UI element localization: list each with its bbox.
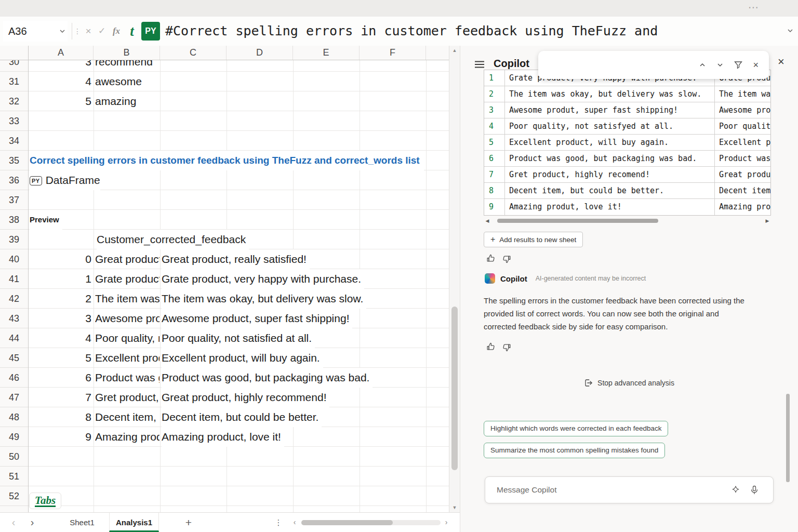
row-header-44[interactable]: 44: [0, 328, 28, 348]
row-header-50[interactable]: 50: [0, 447, 28, 467]
pane-scrollbar-thumb[interactable]: [786, 394, 790, 482]
sheet-tab-analysis1[interactable]: Analysis1: [109, 513, 159, 532]
corrected-feedback-cell[interactable]: Excellent product, will buy again.: [715, 135, 770, 150]
corrected-feedback-cell[interactable]: Decent item, but could be better.: [715, 183, 770, 198]
corrected-feedback-cell[interactable]: Product was good, but packaging was bad.: [715, 151, 770, 166]
row-header-39[interactable]: 39: [0, 230, 28, 249]
column-header-f[interactable]: F: [360, 46, 426, 60]
cell-preview-original[interactable]: The item was okay, but delivery was slow…: [95, 289, 159, 309]
tabs-addin-icon[interactable]: t: [125, 17, 139, 46]
cell-preview-corrected[interactable]: Grate product, very happy with purchase.: [162, 269, 364, 289]
original-feedback-cell[interactable]: Poor quality, not satisfyed at all.: [505, 118, 715, 134]
original-feedback-cell[interactable]: The item was okay, but delivery was slow…: [505, 86, 715, 102]
corrected-feedback-cell[interactable]: Amazing product, love it!: [715, 199, 770, 215]
row-header-46[interactable]: 46: [0, 368, 28, 388]
cell-preview-corrected[interactable]: Decent item, but could be better.: [162, 407, 322, 427]
scroll-right-icon[interactable]: ▶: [764, 218, 771, 223]
cell-preview-corrected[interactable]: Product was good, but packaging was bad.: [162, 368, 373, 388]
cell-preview-original[interactable]: Gret product, highly recomend!: [95, 388, 159, 407]
row-header-45[interactable]: 45: [0, 348, 28, 368]
original-feedback-cell[interactable]: Decent item, but could be better.: [505, 183, 715, 198]
corrected-feedback-cell[interactable]: Great product, highly recommend!: [715, 167, 770, 182]
row-header-42[interactable]: 42: [0, 289, 28, 309]
row-header-33[interactable]: 33: [0, 111, 28, 131]
thumbs-up-icon[interactable]: [486, 254, 496, 264]
cell-word[interactable]: awesome: [95, 72, 159, 91]
corrected-feedback-cell[interactable]: Awesome product, super fast shipping!: [715, 102, 770, 118]
select-all-corner[interactable]: [0, 46, 29, 60]
row-header-34[interactable]: 34: [0, 131, 28, 151]
copilot-close-icon[interactable]: ×: [778, 55, 784, 69]
row-header-31[interactable]: 31: [0, 72, 28, 91]
cell-preview-original[interactable]: Awesome produt, super fast shipping!: [95, 309, 159, 328]
stop-analysis-button[interactable]: Stop advanced analysis: [484, 375, 775, 391]
window-more-icon[interactable]: ⋯: [748, 1, 759, 14]
cell-preview-index[interactable]: 6: [29, 368, 91, 388]
row-header-37[interactable]: 37: [0, 190, 28, 210]
row-header-51[interactable]: 51: [0, 467, 28, 486]
cell-word-index[interactable]: 3: [29, 60, 91, 72]
cell-preview-corrected[interactable]: Awesome product, super fast shipping!: [162, 309, 352, 328]
cell-preview-index[interactable]: 1: [29, 269, 91, 289]
cell-preview-index[interactable]: 2: [29, 289, 91, 309]
cell-preview-original[interactable]: Great product, really satisfied!: [95, 249, 159, 269]
sheet-menu-icon[interactable]: ⋮: [273, 513, 284, 532]
cell-preview-label[interactable]: Preview: [30, 210, 62, 230]
suggestion-chip[interactable]: Summarize the most common spelling mista…: [484, 443, 665, 458]
row-header-43[interactable]: 43: [0, 309, 28, 328]
sheet-nav-left-icon[interactable]: ‹: [7, 513, 20, 532]
row-header-40[interactable]: 40: [0, 249, 28, 269]
row-header-48[interactable]: 48: [0, 407, 28, 427]
cell-preview-header[interactable]: Customer_corrected_feedback: [97, 230, 249, 249]
original-feedback-cell[interactable]: Gret product, highly recomend!: [505, 167, 715, 182]
cell-preview-corrected[interactable]: Excellent product, will buy again.: [162, 348, 323, 368]
column-header-c[interactable]: C: [160, 46, 227, 60]
cell-word-index[interactable]: 5: [29, 91, 91, 111]
cell-preview-original[interactable]: Amazing produt, love it!: [95, 427, 159, 447]
row-header-35[interactable]: 35: [0, 151, 28, 170]
cell-word[interactable]: amazing: [95, 91, 159, 111]
column-header-e[interactable]: E: [293, 46, 360, 60]
cell-preview-original[interactable]: Poor quality, not satisfyed at all.: [95, 328, 159, 348]
cell-preview-corrected[interactable]: Poor quality, not satisfied at all.: [162, 328, 315, 348]
original-feedback-cell[interactable]: Excellent product, will buy again.: [505, 135, 715, 150]
row-header-32[interactable]: 32: [0, 91, 28, 111]
original-feedback-cell[interactable]: Product was good, but packaging was bad.: [505, 151, 715, 166]
cell-preview-corrected[interactable]: Great product, really satisfied!: [162, 249, 310, 269]
row-header-38[interactable]: 38: [0, 210, 28, 230]
cell-word[interactable]: recommend: [95, 60, 159, 72]
cell-analysis-title[interactable]: Correct spelling errors in customer feed…: [30, 151, 424, 170]
corrected-feedback-cell[interactable]: Poor quality, not satisfied at all.: [715, 118, 770, 134]
grid-horizontal-scrollbar[interactable]: [301, 520, 441, 525]
cell-preview-index[interactable]: 0: [29, 249, 91, 269]
add-results-button[interactable]: + Add results to new sheet: [484, 232, 583, 247]
results-toolbar[interactable]: ×: [538, 51, 769, 79]
row-header-36[interactable]: 36: [0, 170, 28, 190]
row-header-52[interactable]: 52: [0, 486, 28, 506]
column-header-a[interactable]: A: [29, 46, 94, 60]
cell-preview-index[interactable]: 8: [29, 407, 91, 427]
hscroll-track[interactable]: [491, 219, 764, 223]
chevron-up-icon[interactable]: [699, 61, 706, 69]
cells-area[interactable]: Correct spelling errors in customer feed…: [29, 60, 449, 512]
row-header-30[interactable]: 30: [0, 60, 28, 72]
scroll-up-icon[interactable]: ▲: [449, 48, 460, 53]
cell-preview-index[interactable]: 5: [29, 348, 91, 368]
hscroll-right-icon[interactable]: ›: [442, 513, 451, 532]
grid-vertical-scrollbar[interactable]: ▲ ▼: [449, 46, 460, 512]
copilot-message-input[interactable]: [485, 477, 773, 503]
cell-preview-original[interactable]: Grate product, very happy with purchase.: [95, 269, 159, 289]
formula-input[interactable]: #Correct spelling errors in customer fee…: [165, 17, 658, 46]
grid-scrollbar-thumb[interactable]: [451, 307, 458, 470]
chevron-down-icon[interactable]: [716, 61, 724, 69]
row-header-49[interactable]: 49: [0, 427, 28, 447]
sheet-nav-right-icon[interactable]: ›: [26, 513, 38, 532]
row-header-41[interactable]: 41: [0, 269, 28, 289]
thumbs-down-icon[interactable]: [501, 342, 512, 352]
original-feedback-cell[interactable]: Amazing produt, love it!: [505, 199, 715, 215]
enter-icon[interactable]: ✓: [96, 17, 108, 46]
original-feedback-cell[interactable]: Awesome produt, super fast shipping!: [505, 102, 715, 118]
insert-function-icon[interactable]: fx: [109, 17, 124, 46]
menu-icon[interactable]: [474, 60, 485, 69]
cancel-icon[interactable]: ×: [82, 17, 95, 46]
